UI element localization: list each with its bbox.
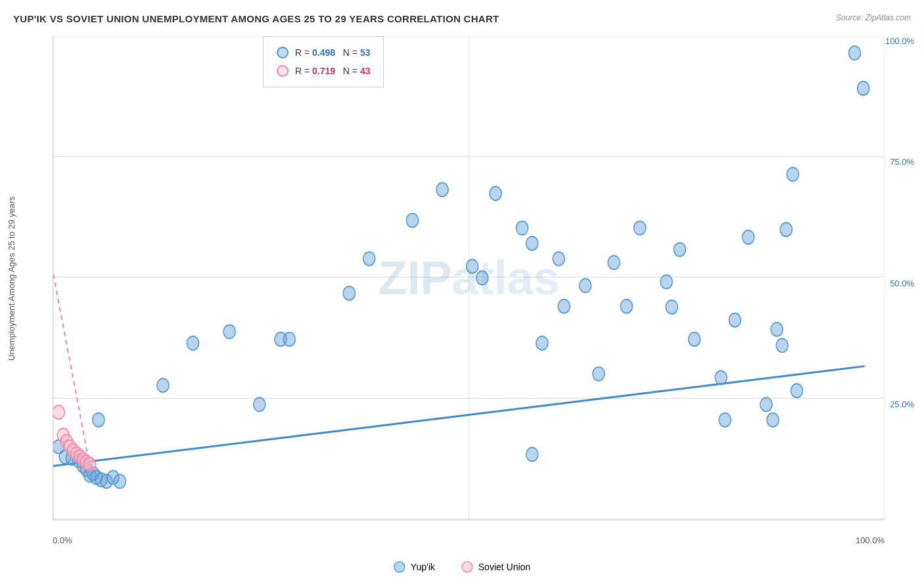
bottom-legend: Yup'ik Soviet Union [394,561,530,573]
svg-point-61 [787,168,798,181]
y-label-100: 100.0% [885,36,914,46]
svg-point-60 [780,223,792,237]
svg-point-48 [660,275,672,288]
svg-point-74 [84,457,96,471]
y-axis-label: Unemployment Among Ages 25 to 29 years [7,36,16,520]
svg-point-58 [771,323,783,336]
chart-area: ZIPatlas [53,36,885,520]
svg-point-45 [608,256,620,269]
svg-point-63 [848,46,860,60]
n-value-pink: 43 [360,66,371,76]
bottom-swatch-blue-icon [394,561,405,573]
r-label-pink: R = [295,66,312,76]
svg-point-31 [363,252,375,265]
legend-row-pink: R = 0.719 N = 43 [277,62,370,80]
svg-point-75 [394,562,405,572]
svg-point-23 [93,413,104,427]
svg-point-43 [579,279,591,292]
svg-point-27 [254,397,266,411]
svg-point-76 [462,562,473,572]
svg-point-57 [767,413,779,427]
r-label-blue: R = [295,47,312,58]
x-label-100: 100.0% [856,535,885,545]
n-label-blue: N = [343,47,360,58]
svg-point-42 [558,300,570,313]
svg-point-46 [620,300,632,313]
svg-point-41 [553,252,565,265]
legend-r-pink: R = 0.719 N = 43 [295,62,370,80]
svg-point-59 [776,338,788,352]
legend-box: R = 0.498 N = 53 R = 0.719 N = 43 [263,36,384,87]
chart-container: YUP'IK VS SOVIET UNION UNEMPLOYMENT AMON… [0,0,924,586]
y-label-75: 75.0% [885,157,914,167]
bottom-legend-blue: Yup'ik [394,561,435,573]
svg-point-36 [490,187,501,200]
x-label-0: 0.0% [53,535,72,545]
svg-point-26 [223,325,235,338]
legend-row-blue: R = 0.498 N = 53 [277,43,370,62]
y-label-25: 25.0% [885,399,914,409]
svg-line-8 [53,366,865,466]
bottom-label-pink: Soviet Union [478,562,530,572]
svg-point-65 [53,405,64,419]
svg-point-62 [791,384,802,397]
r-value-pink: 0.719 [312,66,335,76]
svg-point-25 [187,336,198,350]
svg-point-22 [114,474,126,488]
chart-svg [53,36,885,520]
r-value-blue: 0.498 [312,47,335,58]
svg-point-47 [634,221,645,235]
n-value-blue: 53 [360,47,371,58]
svg-point-64 [858,81,869,95]
n-label-pink: N = [343,66,360,76]
svg-point-30 [343,286,355,300]
x-axis-labels: 0.0% 100.0% [53,535,885,545]
chart-title: YUP'IK VS SOVIET UNION UNEMPLOYMENT AMON… [13,13,911,24]
svg-point-54 [729,313,741,327]
svg-point-49 [666,300,678,314]
legend-r-blue: R = 0.498 N = 53 [295,43,370,62]
svg-point-35 [476,271,488,284]
bottom-label-blue: Yup'ik [411,562,435,572]
svg-point-50 [674,242,685,256]
svg-point-37 [516,221,528,235]
svg-point-52 [715,371,727,384]
svg-point-56 [760,397,772,411]
legend-swatch-pink [277,65,289,77]
svg-point-44 [593,367,605,381]
svg-point-51 [688,332,700,346]
svg-point-29 [283,332,295,346]
svg-point-32 [406,214,418,227]
svg-point-40 [536,336,548,350]
bottom-legend-pink: Soviet Union [461,561,530,573]
svg-point-34 [466,259,478,273]
svg-point-55 [742,231,754,244]
svg-point-39 [526,447,538,461]
source-text: Source: ZipAtlas.com [836,13,911,22]
svg-point-33 [436,183,448,196]
legend-swatch-blue [277,47,289,58]
y-label-50: 50.0% [885,279,914,288]
svg-point-38 [526,237,538,250]
bottom-swatch-pink-icon [461,561,473,573]
svg-point-24 [157,378,169,392]
svg-point-53 [719,413,731,427]
y-axis-labels: 100.0% 75.0% 50.0% 25.0% [885,36,914,520]
